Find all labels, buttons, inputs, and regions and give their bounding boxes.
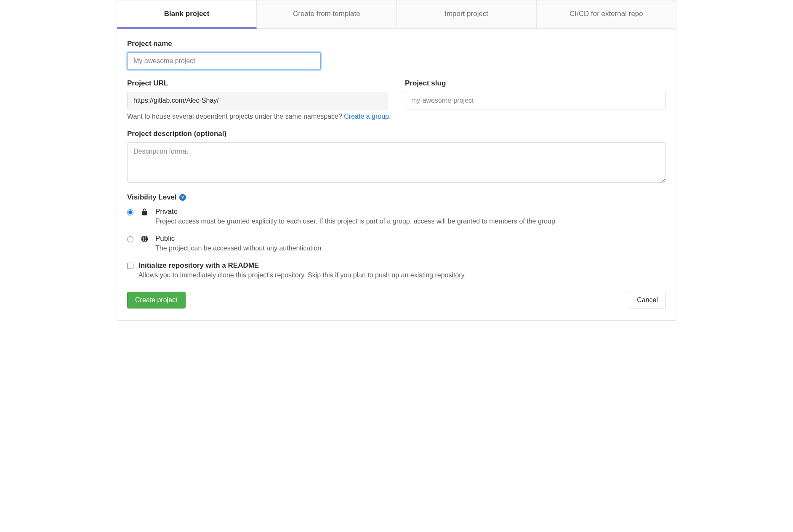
visibility-private-title: Private <box>155 207 666 216</box>
globe-icon <box>140 235 149 243</box>
visibility-radio-private[interactable] <box>127 209 133 215</box>
tab-blank-project[interactable]: Blank project <box>117 0 257 29</box>
blank-project-form: Project name Project URL Project slug Wa… <box>117 29 676 320</box>
cancel-button[interactable]: Cancel <box>629 292 666 309</box>
visibility-private-desc: Project access must be granted explicitl… <box>155 218 666 225</box>
help-icon[interactable]: ? <box>179 194 186 201</box>
project-create-tabs: Blank project Create from template Impor… <box>117 0 676 29</box>
visibility-option-private[interactable]: Private Project access must be granted e… <box>127 207 666 225</box>
project-url-input[interactable] <box>127 92 388 109</box>
create-project-button[interactable]: Create project <box>127 292 186 309</box>
project-url-label: Project URL <box>127 79 388 88</box>
project-slug-label: Project slug <box>405 79 666 88</box>
initialize-readme-title: Initialize repository with a README <box>138 261 666 270</box>
create-group-link[interactable]: Create a group. <box>344 113 391 120</box>
project-description-input[interactable] <box>127 142 666 183</box>
new-project-panel: Blank project Create from template Impor… <box>117 0 676 321</box>
project-name-input[interactable] <box>127 52 321 70</box>
lock-icon <box>140 208 149 216</box>
visibility-radio-public[interactable] <box>127 236 133 242</box>
namespace-hint: Want to house several dependent projects… <box>127 113 666 120</box>
visibility-public-title: Public <box>155 234 666 243</box>
initialize-readme-option[interactable]: Initialize repository with a README Allo… <box>127 261 666 279</box>
tab-cicd-external-repo[interactable]: CI/CD for external repo <box>537 0 676 28</box>
visibility-level-label: Visibility Level <box>127 193 177 202</box>
project-name-label: Project name <box>127 40 666 48</box>
visibility-public-desc: The project can be accessed without any … <box>155 245 666 252</box>
tab-create-from-template[interactable]: Create from template <box>257 0 396 28</box>
initialize-readme-desc: Allows you to immediately clone this pro… <box>138 271 666 279</box>
tab-import-project[interactable]: Import project <box>397 0 537 28</box>
project-slug-input[interactable] <box>405 92 666 109</box>
namespace-hint-text: Want to house several dependent projects… <box>127 113 344 120</box>
project-description-label: Project description (optional) <box>127 130 666 138</box>
initialize-readme-checkbox[interactable] <box>127 263 133 269</box>
visibility-option-public[interactable]: Public The project can be accessed witho… <box>127 234 666 252</box>
